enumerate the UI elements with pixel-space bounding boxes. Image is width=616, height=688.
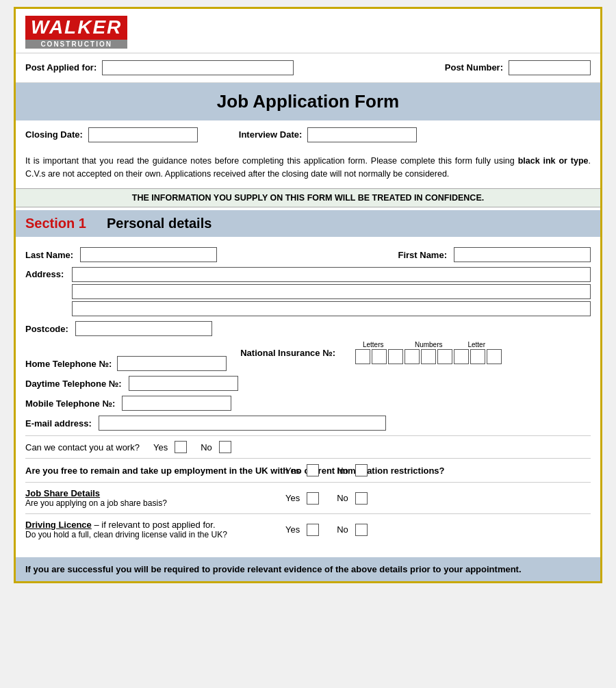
footer-bar: If you are successful you will be requir… bbox=[16, 557, 600, 581]
free-remain-label: Are you free to remain and take up emplo… bbox=[25, 466, 279, 476]
ni-numbers-label: Numbers bbox=[390, 341, 467, 348]
ni-label-row: National Insurance №: Letters Numbers Le… bbox=[240, 341, 502, 364]
driving-licence-text: Driving Licence – if relevant to post ap… bbox=[25, 520, 279, 530]
closing-date-input[interactable] bbox=[88, 127, 198, 142]
divider1 bbox=[25, 435, 591, 436]
yes-label-2: Yes bbox=[285, 466, 300, 476]
ni-letter-label: Letter bbox=[467, 341, 485, 348]
ni-box-6[interactable] bbox=[437, 349, 452, 364]
email-input[interactable] bbox=[99, 416, 386, 431]
ni-group: National Insurance №: Letters Numbers Le… bbox=[240, 341, 502, 364]
yes-label-4: Yes bbox=[285, 524, 300, 535]
home-tel-group: Home Telephone №: bbox=[25, 356, 227, 371]
contact-work-yes-checkbox[interactable] bbox=[175, 441, 187, 453]
post-number-group: Post Number: bbox=[445, 60, 591, 75]
footer-text: If you are successful you will be requir… bbox=[25, 564, 591, 574]
postcode-label: Postcode: bbox=[25, 324, 68, 334]
closing-date-label: Closing Date: bbox=[25, 129, 83, 140]
application-form: WALKER CONSTRUCTION Post Applied for: Po… bbox=[14, 7, 602, 583]
yes-label-3: Yes bbox=[285, 493, 300, 503]
no-label-2: No bbox=[337, 466, 348, 476]
driving-licence-row: Driving Licence – if relevant to post ap… bbox=[25, 520, 591, 539]
interview-date-group: Interview Date: bbox=[239, 127, 417, 142]
address-block: Address: bbox=[25, 267, 591, 316]
divider4 bbox=[25, 513, 591, 514]
last-name-input[interactable] bbox=[80, 247, 217, 262]
dates-row: Closing Date: Interview Date: bbox=[16, 120, 600, 149]
interview-date-input[interactable] bbox=[307, 127, 417, 142]
post-number-input[interactable] bbox=[509, 60, 591, 75]
first-name-input[interactable] bbox=[454, 247, 591, 262]
ni-box-4[interactable] bbox=[405, 349, 420, 364]
job-share-no-checkbox[interactable] bbox=[355, 492, 368, 505]
job-share-yes-checkbox[interactable] bbox=[307, 492, 319, 505]
title-bar: Job Application Form bbox=[16, 83, 600, 120]
ni-box-5[interactable] bbox=[421, 349, 436, 364]
driving-licence-desc2: Do you hold a full, clean driving licens… bbox=[25, 530, 279, 539]
section1-number: Section 1 bbox=[25, 216, 86, 231]
driving-licence-desc1: – if relevant to post applied for. bbox=[94, 520, 215, 530]
free-remain-yes-checkbox[interactable] bbox=[307, 464, 319, 476]
free-remain-no-checkbox[interactable] bbox=[355, 464, 368, 476]
contact-work-row: Can we contact you at work? Yes No bbox=[25, 441, 591, 453]
name-row: Last Name: First Name: bbox=[25, 247, 591, 262]
job-share-row: Job Share Details Are you applying on a … bbox=[25, 488, 591, 508]
form-title: Job Application Form bbox=[24, 91, 592, 112]
ni-box-3[interactable] bbox=[388, 349, 403, 364]
yes-label-1: Yes bbox=[153, 442, 168, 453]
logo-walker: WALKER bbox=[25, 16, 127, 40]
confidence-bar: THE INFORMATION YOU SUPPLY ON THIS FORM … bbox=[16, 188, 600, 207]
email-row: E-mail address: bbox=[25, 416, 591, 431]
address-label: Address: bbox=[25, 267, 66, 279]
divider2 bbox=[25, 458, 591, 459]
driving-no-checkbox[interactable] bbox=[355, 524, 368, 536]
ni-box-9[interactable] bbox=[487, 349, 502, 364]
section1-title: Personal details bbox=[107, 216, 211, 231]
ni-box-1[interactable] bbox=[355, 349, 370, 364]
closing-date-group: Closing Date: bbox=[25, 127, 198, 142]
first-name-label: First Name: bbox=[398, 250, 447, 260]
form-body: Last Name: First Name: Address: Postcode… bbox=[16, 237, 600, 550]
no-label-1: No bbox=[201, 442, 212, 453]
mobile-tel-label: Mobile Telephone №: bbox=[25, 398, 115, 409]
contact-work-label: Can we contact you at work? bbox=[25, 442, 140, 453]
driving-licence-title: Driving Licence bbox=[25, 520, 92, 530]
home-tel-input[interactable] bbox=[117, 356, 227, 371]
header: WALKER CONSTRUCTION bbox=[16, 9, 600, 53]
mobile-tel-row: Mobile Telephone №: bbox=[25, 396, 591, 411]
free-remain-row: Are you free to remain and take up emplo… bbox=[25, 464, 591, 476]
ni-number-label: National Insurance №: bbox=[240, 348, 335, 358]
home-tel-label: Home Telephone №: bbox=[25, 359, 112, 369]
postcode-input[interactable] bbox=[75, 321, 212, 336]
section1-header: Section 1 Personal details bbox=[16, 210, 600, 237]
mobile-tel-input[interactable] bbox=[122, 396, 231, 411]
post-applied-label: Post Applied for: bbox=[25, 62, 97, 73]
post-number-label: Post Number: bbox=[445, 62, 503, 73]
daytime-tel-input[interactable] bbox=[129, 376, 238, 391]
tel-ni-row: Home Telephone №: National Insurance №: … bbox=[25, 341, 591, 371]
daytime-tel-label: Daytime Telephone №: bbox=[25, 379, 122, 389]
no-label-3: No bbox=[337, 493, 348, 503]
address-line1-input[interactable] bbox=[72, 267, 591, 282]
address-line3-input[interactable] bbox=[72, 301, 591, 316]
post-applied-group: Post Applied for: bbox=[25, 60, 438, 75]
post-applied-input[interactable] bbox=[102, 60, 294, 75]
postcode-row: Postcode: bbox=[25, 321, 591, 336]
logo-construction: CONSTRUCTION bbox=[25, 40, 127, 49]
logo: WALKER CONSTRUCTION bbox=[25, 16, 127, 49]
ni-box-2[interactable] bbox=[372, 349, 387, 364]
driving-yes-checkbox[interactable] bbox=[307, 524, 319, 536]
job-share-desc: Are you applying on a job share basis? bbox=[25, 498, 279, 508]
last-name-label: Last Name: bbox=[25, 250, 73, 260]
ni-box-8[interactable] bbox=[470, 349, 485, 364]
contact-work-no-checkbox[interactable] bbox=[219, 441, 231, 453]
ni-box-7[interactable] bbox=[454, 349, 469, 364]
info-text: It is important that you read the guidan… bbox=[16, 149, 600, 186]
address-line2-input[interactable] bbox=[72, 284, 591, 299]
interview-date-label: Interview Date: bbox=[239, 129, 302, 140]
email-label: E-mail address: bbox=[25, 418, 92, 429]
daytime-tel-row: Daytime Telephone №: bbox=[25, 376, 591, 391]
divider3 bbox=[25, 482, 591, 483]
job-share-title: Job Share Details bbox=[25, 488, 279, 498]
no-label-4: No bbox=[337, 524, 348, 535]
